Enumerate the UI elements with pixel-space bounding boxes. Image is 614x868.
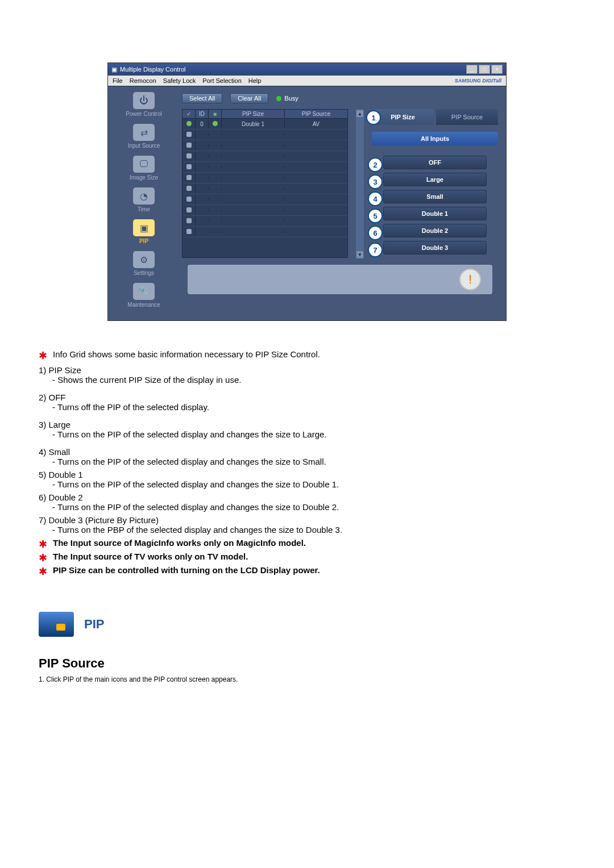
table-row[interactable] [182,194,347,205]
table-row[interactable] [182,205,347,216]
busy-label: Busy [284,95,298,102]
star-icon: ✱ [39,538,47,550]
menu-file[interactable]: File [113,77,123,84]
sidebar-item-label: Input Source [128,143,160,149]
menu-safety-lock[interactable]: Safety Lock [163,77,196,84]
note-text: PIP Size can be controlled with turning … [53,565,320,575]
option-label: Double 3 [422,244,448,251]
time-icon: ◔ [133,187,155,205]
pip-subheader: PIP Source [39,656,575,671]
option-label: OFF [429,159,441,166]
info-grid: ✓ ID ■ PIP Size PIP Source 0 Double 1 AV [182,109,348,258]
checkbox-icon[interactable] [186,164,192,169]
option-label: Double 1 [422,210,448,217]
option-off[interactable]: 2OFF [383,156,487,169]
table-row[interactable] [182,162,347,173]
checkbox-icon[interactable] [186,207,192,212]
scroll-up-icon[interactable]: ▲ [356,110,363,117]
doc-body: ✱ Info Grid shows some basic information… [39,349,575,578]
menu-remocon[interactable]: Remocon [130,77,156,84]
option-label: Double 2 [422,227,448,234]
sidebar-item-input-source[interactable]: ⇄ Input Source [111,124,176,149]
table-row[interactable] [182,130,347,140]
table-row[interactable] [182,216,347,227]
minimize-button[interactable]: _ [466,65,478,74]
item-num: 4) [39,447,46,457]
pip-section-title: PIP [84,617,104,632]
sidebar-item-time[interactable]: ◔ Time [111,187,176,212]
star-icon: ✱ [39,565,47,578]
item-num: 7) [39,515,46,525]
option-double3[interactable]: 7Double 3 [383,241,487,254]
sidebar: ⏻ Power Control ⇄ Input Source 🖵 Image S… [108,86,180,320]
checkbox-icon[interactable] [186,175,192,180]
star-icon: ✱ [39,349,47,362]
tab-pip-size[interactable]: 1 PIP Size [372,109,434,125]
option-large[interactable]: 3Large [383,173,487,186]
checkbox-icon[interactable] [186,153,192,158]
item-num: 5) [39,470,46,479]
status-dot-icon [213,121,218,126]
option-small[interactable]: 4Small [383,190,487,203]
checkbox-icon[interactable] [186,121,192,126]
table-row[interactable] [182,173,347,183]
wrench-icon: 🔧 [133,283,155,300]
option-double1[interactable]: 5Double 1 [383,207,487,220]
app-window: ▣ Multiple Display Control _ □ × File Re… [107,62,507,321]
checkbox-icon[interactable] [186,132,192,137]
table-row[interactable]: 0 Double 1 AV [182,119,347,130]
intro-line: ✱ Info Grid shows some basic information… [39,349,575,362]
select-all-button[interactable]: Select All [182,93,222,103]
tab-label: PIP Source [451,114,483,120]
sidebar-item-pip[interactable]: ▣ PIP [111,219,176,244]
item-desc: - Turns on the PBP of the selected displ… [39,525,575,535]
tab-pip-source[interactable]: PIP Source [436,109,498,125]
badge-1: 1 [366,110,381,125]
pip-logo-icon [39,612,74,637]
menu-port-selection[interactable]: Port Selection [202,77,241,84]
window-controls: _ □ × [466,65,503,74]
sidebar-item-label: Image Size [130,174,158,181]
sidebar-item-maintenance[interactable]: 🔧 Maintenance [111,283,176,308]
sidebar-item-image-size[interactable]: 🖵 Image Size [111,156,176,181]
alert-icon: ! [459,269,481,290]
pip-section: PIP PIP Source 1. Click PIP of the main … [39,612,575,683]
badge-4: 4 [368,191,383,206]
badge-7: 7 [368,243,383,257]
close-button[interactable]: × [491,65,503,74]
clear-all-button[interactable]: Clear All [230,93,268,103]
sidebar-item-label: Power Control [126,111,161,117]
intro-text: Info Grid shows some basic information n… [53,349,320,359]
item-title: PIP Size [49,365,81,375]
table-row[interactable] [182,140,347,151]
window-icon: ▣ [111,66,117,73]
window-title: Multiple Display Control [120,66,186,73]
checkbox-icon[interactable] [186,197,192,202]
sidebar-item-power-control[interactable]: ⏻ Power Control [111,92,176,117]
table-row[interactable] [182,227,347,237]
title-bar: ▣ Multiple Display Control _ □ × [108,63,506,76]
table-row[interactable] [182,151,347,162]
option-double2[interactable]: 6Double 2 [383,224,487,237]
col-pip-source: PIP Source [285,110,347,118]
checkbox-icon[interactable] [186,143,192,148]
checkbox-icon[interactable] [186,186,192,191]
checkbox-icon[interactable] [186,229,192,234]
grid-header: ✓ ID ■ PIP Size PIP Source [182,110,347,119]
maximize-button[interactable]: □ [479,65,490,74]
menu-help[interactable]: Help [248,77,262,84]
sidebar-item-settings[interactable]: ⚙ Settings [111,251,176,276]
item-title: Large [49,420,70,429]
item-title: Double 1 [49,470,83,479]
col-id: ID [196,110,209,118]
sidebar-item-label: Settings [134,270,154,276]
status-bar: ! [188,265,492,294]
grid-scrollbar[interactable]: ▲ ▼ [356,109,364,259]
star-icon: ✱ [39,552,47,564]
pip-icon: ▣ [133,219,155,236]
checkbox-icon[interactable] [186,218,192,223]
table-row[interactable] [182,183,347,194]
col-pip-size: PIP Size [222,110,285,118]
scroll-down-icon[interactable]: ▼ [356,251,363,258]
item-desc: - Shows the current PIP Size of the disp… [39,375,575,385]
